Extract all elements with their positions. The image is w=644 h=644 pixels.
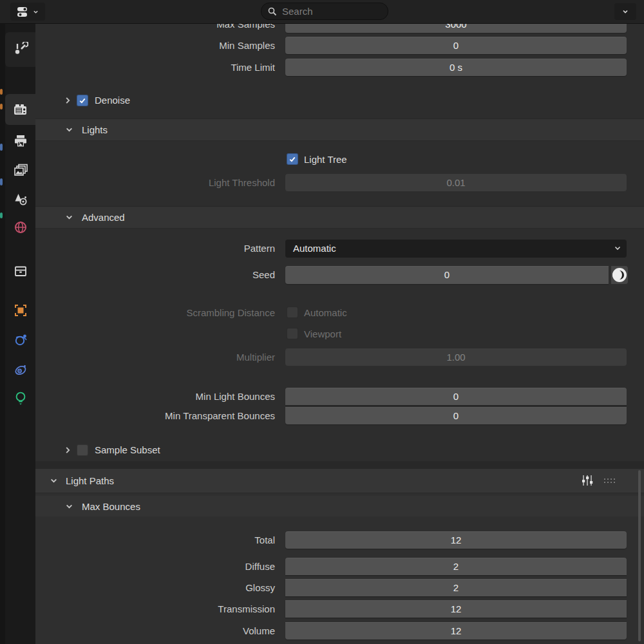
multiplier-label: Multiplier xyxy=(35,348,275,366)
row-scrambling-distance: Scrambling Distance Automatic xyxy=(35,306,644,320)
max-samples-label: Max Samples xyxy=(35,23,275,33)
tab-physics[interactable] xyxy=(5,325,35,355)
constraints-icon xyxy=(13,362,28,377)
row-sample-subset: Sample Subset xyxy=(35,443,644,457)
row-min-transparent-bounces: Min Transparent Bounces 0 xyxy=(35,407,644,424)
light-threshold-label: Light Threshold xyxy=(35,174,275,191)
tab-collection[interactable] xyxy=(5,256,35,286)
light-threshold-field[interactable]: 0.01 xyxy=(285,174,627,191)
tab-output[interactable] xyxy=(5,126,35,156)
sample-subset-label: Sample Subset xyxy=(95,443,160,457)
tab-world[interactable] xyxy=(5,213,35,242)
collection-box-icon xyxy=(13,263,28,279)
sample-subset-checkbox[interactable] xyxy=(77,444,88,456)
clipped-icon-fragment xyxy=(0,213,3,218)
properties-header-bar: Search xyxy=(0,0,644,24)
total-field[interactable]: 12 xyxy=(285,531,627,549)
time-limit-field[interactable]: 0 s xyxy=(285,59,627,76)
denoise-label: Denoise xyxy=(95,93,130,108)
properties-tab-bar xyxy=(5,23,35,644)
max-samples-field[interactable]: 3000 xyxy=(285,23,627,33)
diffuse-field[interactable]: 2 xyxy=(285,558,627,575)
collapse-chevron-icon xyxy=(65,214,73,221)
advanced-header-label: Advanced xyxy=(82,207,125,228)
search-icon xyxy=(268,7,277,16)
tab-render[interactable] xyxy=(5,94,35,125)
row-max-samples-clipped: Max Samples 3000 xyxy=(35,23,644,33)
tab-view-layer[interactable] xyxy=(5,156,35,185)
expand-arrow-icon[interactable] xyxy=(64,446,71,454)
glossy-label: Glossy xyxy=(35,579,275,596)
collapse-chevron-icon xyxy=(50,477,58,484)
max-bounces-subpanel-header[interactable]: Max Bounces xyxy=(35,496,644,516)
expand-arrow-icon[interactable] xyxy=(64,97,71,104)
min-light-bounces-label: Min Light Bounces xyxy=(35,388,275,405)
editor-type-button[interactable] xyxy=(10,3,45,21)
volume-label: Volume xyxy=(35,622,275,639)
advanced-panel-header[interactable]: Advanced xyxy=(35,206,644,229)
tab-object-data[interactable] xyxy=(5,383,35,413)
blender-properties-editor: Search Max Samples 3000 Min Samples 0 Ti… xyxy=(0,0,644,644)
transmission-field[interactable]: 12 xyxy=(285,600,627,618)
seed-animate-decorator[interactable] xyxy=(611,266,628,284)
min-transparent-bounces-field[interactable]: 0 xyxy=(285,407,627,424)
total-label: Total xyxy=(35,531,275,549)
light-paths-panel-bg xyxy=(35,468,644,644)
lights-panel-header[interactable]: Lights xyxy=(35,118,644,141)
light-paths-panel-header[interactable]: Light Paths xyxy=(35,468,644,493)
viewport-label: Viewport xyxy=(304,327,341,341)
row-seed: Seed 0 xyxy=(35,266,644,284)
volume-field[interactable]: 12 xyxy=(285,622,627,639)
min-transparent-bounces-label: Min Transparent Bounces xyxy=(35,407,275,424)
row-light-threshold: Light Threshold 0.01 xyxy=(35,174,644,191)
glossy-field[interactable]: 2 xyxy=(285,579,627,596)
transmission-label: Transmission xyxy=(35,600,275,618)
chevron-down-icon xyxy=(33,9,39,15)
light-bulb-icon xyxy=(13,390,28,406)
tab-object[interactable] xyxy=(5,296,35,325)
row-min-light-bounces: Min Light Bounces 0 xyxy=(35,388,644,405)
viewport-checkbox[interactable] xyxy=(287,328,298,339)
tab-constraints[interactable] xyxy=(5,355,35,384)
properties-editor-icon xyxy=(17,6,31,17)
denoise-checkbox[interactable] xyxy=(77,95,88,106)
clipped-icon-fragment xyxy=(0,104,3,109)
world-globe-icon xyxy=(13,220,28,235)
min-samples-field[interactable]: 0 xyxy=(285,37,627,54)
multiplier-field[interactable]: 1.00 xyxy=(285,348,627,366)
seed-field[interactable]: 0 xyxy=(285,266,609,284)
chevron-down-icon xyxy=(614,245,621,252)
pattern-dropdown[interactable]: Automatic xyxy=(285,240,627,258)
scrambling-distance-label: Scrambling Distance xyxy=(35,306,275,320)
clipped-icon-fragment xyxy=(0,178,3,185)
row-transmission: Transmission 12 xyxy=(35,600,644,618)
search-input[interactable]: Search xyxy=(261,3,388,20)
scrollbar-thumb[interactable] xyxy=(638,470,641,641)
collapse-chevron-icon xyxy=(65,503,73,510)
min-light-bounces-field[interactable]: 0 xyxy=(285,388,627,405)
light-tree-checkbox[interactable] xyxy=(287,153,298,165)
lights-header-label: Lights xyxy=(82,119,108,140)
pattern-value: Automatic xyxy=(293,243,336,254)
row-light-tree: Light Tree xyxy=(35,153,644,167)
tab-scene[interactable] xyxy=(5,185,35,214)
adjacent-editor-edge xyxy=(0,0,5,644)
pattern-label: Pattern xyxy=(35,240,275,257)
collapse-chevron-icon xyxy=(65,126,73,133)
preset-sliders-icon[interactable] xyxy=(581,475,594,486)
scrambling-automatic-checkbox[interactable] xyxy=(287,307,298,318)
row-glossy: Glossy 2 xyxy=(35,579,644,596)
clipped-icon-fragment xyxy=(0,89,3,95)
min-samples-label: Min Samples xyxy=(35,37,275,54)
row-diffuse: Diffuse 2 xyxy=(35,558,644,575)
header-options-button[interactable] xyxy=(614,3,636,20)
view-layer-icon xyxy=(13,163,28,178)
row-total: Total 12 xyxy=(35,531,644,549)
chevron-down-icon xyxy=(621,8,629,15)
time-limit-label: Time Limit xyxy=(35,59,275,76)
panel-drag-grip[interactable] xyxy=(604,478,617,485)
tool-icon xyxy=(13,42,28,57)
seed-label: Seed xyxy=(35,266,275,283)
output-printer-icon xyxy=(13,133,28,149)
tab-tool[interactable] xyxy=(5,35,35,64)
